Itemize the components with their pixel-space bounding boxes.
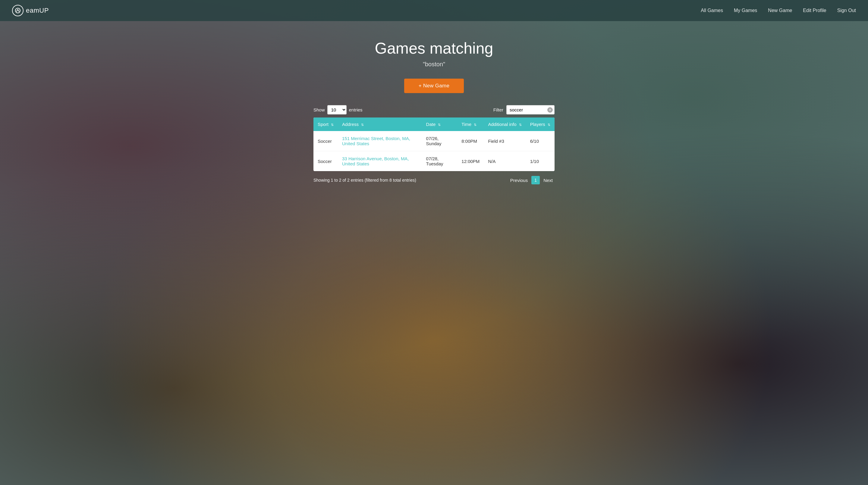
pagination: Previous 1 Next [508,176,555,184]
col-time[interactable]: Time ⇅ [457,118,484,131]
sort-icon-time: ⇅ [474,123,476,127]
cell-players: 6/10 [526,131,555,151]
nav-edit-profile[interactable]: Edit Profile [803,8,826,13]
table-row: Soccer 151 Merrimac Street, Boston, MA, … [313,131,555,151]
table-footer: Showing 1 to 2 of 2 entries (filtered fr… [313,176,555,184]
brand-logo[interactable]: eamUP [12,5,49,16]
col-address[interactable]: Address ⇅ [338,118,422,131]
navbar: eamUP All Games My Games New Game Edit P… [0,0,868,21]
entries-select[interactable]: 10 25 50 100 [327,105,347,115]
cell-time: 8:00PM [457,131,484,151]
col-sport[interactable]: Sport ⇅ [313,118,338,131]
logo-icon [12,5,24,16]
current-page-indicator[interactable]: 1 [531,176,540,184]
nav-my-games[interactable]: My Games [734,8,757,13]
next-button[interactable]: Next [541,176,555,184]
games-table: Sport ⇅ Address ⇅ Date ⇅ Time [313,118,555,171]
cell-additional-info: Field #3 [484,131,526,151]
cell-sport: Soccer [313,131,338,151]
cell-address: 151 Merrimac Street, Boston, MA, United … [338,131,422,151]
show-label: Show [313,107,325,112]
prev-button[interactable]: Previous [508,176,530,184]
nav-sign-out[interactable]: Sign Out [837,8,856,13]
nav-new-game[interactable]: New Game [768,8,792,13]
filter-container: Filter ✕ [493,105,555,115]
address-link[interactable]: 151 Merrimac Street, Boston, MA, United … [342,136,410,146]
filter-input-wrap: ✕ [506,105,555,115]
cell-players: 1/10 [526,151,555,171]
col-date[interactable]: Date ⇅ [422,118,458,131]
table-header-row: Sport ⇅ Address ⇅ Date ⇅ Time [313,118,555,131]
page-subtitle: "boston" [423,61,445,68]
svg-point-0 [16,8,20,13]
brand-name: eamUP [26,7,49,14]
sort-icon-additional-info: ⇅ [519,123,522,127]
address-link[interactable]: 33 Harrison Avenue, Boston, MA, United S… [342,156,409,166]
cell-time: 12:00PM [457,151,484,171]
cell-date: 07/28, Tuesday [422,151,458,171]
showing-text: Showing 1 to 2 of 2 entries (filtered fr… [313,178,416,183]
col-additional-info[interactable]: Additional info ⇅ [484,118,526,131]
table-controls: Show 10 25 50 100 entries Filter ✕ [313,105,555,115]
cell-additional-info: N/A [484,151,526,171]
sort-icon-sport: ⇅ [331,123,334,127]
cell-date: 07/26, Sunday [422,131,458,151]
nav-all-games[interactable]: All Games [701,8,723,13]
sort-icon-players: ⇅ [548,123,550,127]
nav-links: All Games My Games New Game Edit Profile… [701,8,856,13]
sort-icon-date: ⇅ [438,123,441,127]
cell-sport: Soccer [313,151,338,171]
page-title: Games matching [375,39,493,57]
show-entries-control: Show 10 25 50 100 entries [313,105,363,115]
filter-clear-button[interactable]: ✕ [547,107,553,113]
cell-address: 33 Harrison Avenue, Boston, MA, United S… [338,151,422,171]
entries-label: entries [349,107,363,112]
table-wrapper: Show 10 25 50 100 entries Filter ✕ [313,105,555,184]
main-content: Games matching "boston" + New Game Show … [0,21,868,196]
col-players[interactable]: Players ⇅ [526,118,555,131]
new-game-button[interactable]: + New Game [404,78,464,93]
table-row: Soccer 33 Harrison Avenue, Boston, MA, U… [313,151,555,171]
filter-label: Filter [493,107,503,112]
sort-icon-address: ⇅ [361,123,364,127]
